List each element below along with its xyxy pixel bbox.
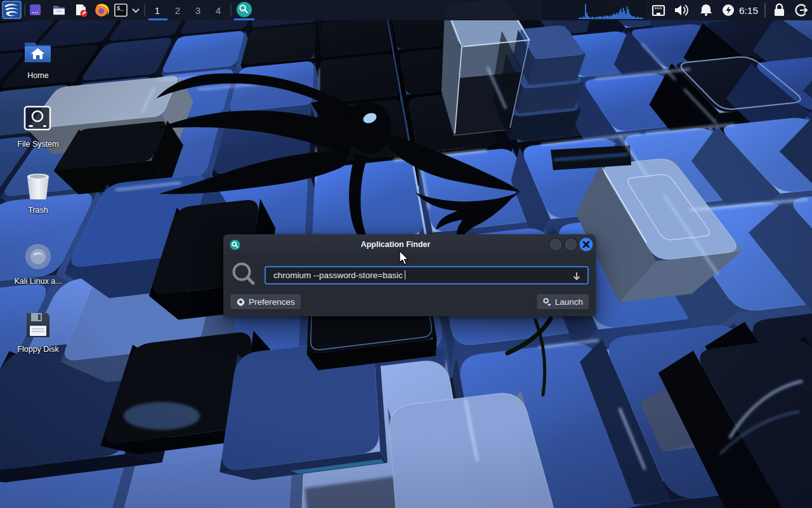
svg-text:4: 4 bbox=[216, 5, 221, 16]
svg-text:2: 2 bbox=[175, 5, 180, 16]
svg-text:1: 1 bbox=[155, 5, 160, 16]
svg-text:3: 3 bbox=[195, 5, 200, 16]
svg-text:6:15: 6:15 bbox=[739, 5, 758, 16]
svg-text:$_: $_ bbox=[117, 6, 124, 12]
